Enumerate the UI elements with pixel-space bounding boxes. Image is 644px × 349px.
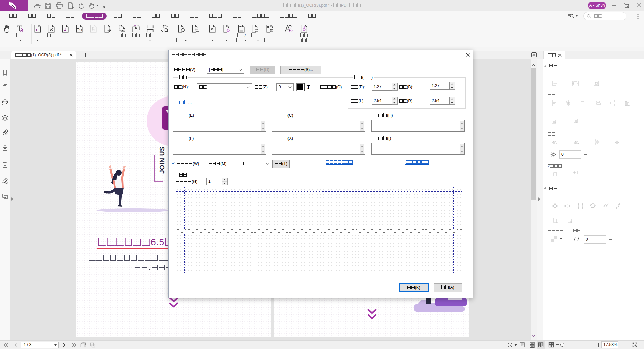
- svg-text:12: 12: [79, 29, 82, 32]
- svg-text:JOIN US: JOIN US: [158, 146, 166, 174]
